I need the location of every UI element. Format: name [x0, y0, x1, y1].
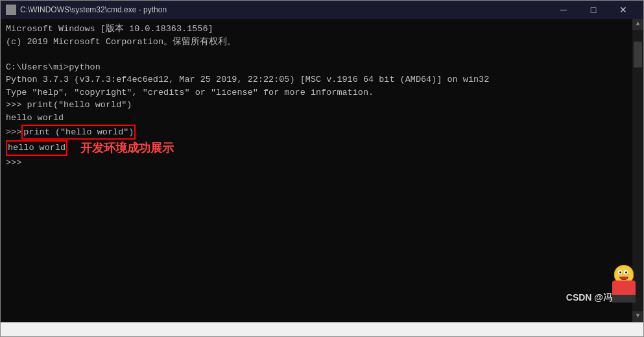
line-4: C:\Users\mi>python — [6, 61, 638, 74]
character-image — [606, 258, 642, 304]
scroll-up-arrow[interactable]: ▲ — [632, 19, 643, 30]
line-3 — [6, 48, 638, 61]
shin-pants — [612, 295, 636, 303]
svg-rect-2 — [8, 9, 10, 10]
window-controls: ─ □ ✕ — [549, 1, 638, 19]
highlighted-output-row: hello world 开发环境成功展示 — [6, 140, 638, 156]
line-1: Microsoft Windows [版本 10.0.18363.1556] — [6, 23, 638, 36]
prompt-1: >>> — [6, 126, 21, 139]
line-7: >>> print("hello world") — [6, 99, 638, 112]
line-8: hello world — [6, 112, 638, 125]
cmd-window: C:\WINDOWS\system32\cmd.exe - python ─ □… — [0, 0, 644, 337]
annotation-label: 开发环境成功展示 — [80, 140, 174, 156]
line-2: (c) 2019 Microsoft Corporation。保留所有权利。 — [6, 36, 638, 49]
scroll-down-arrow[interactable]: ▼ — [632, 311, 643, 322]
shin-pupil-right — [625, 271, 627, 273]
line-prompt: >>> — [6, 156, 638, 169]
scrollbar-thumb[interactable] — [634, 42, 642, 68]
highlighted-output-text: hello world — [6, 140, 67, 156]
minimize-button[interactable]: ─ — [549, 1, 578, 19]
title-bar: C:\WINDOWS\system32\cmd.exe - python ─ □… — [1, 1, 643, 19]
close-button[interactable]: ✕ — [608, 1, 638, 19]
maximize-button[interactable]: □ — [578, 1, 608, 19]
line-5: Python 3.7.3 (v3.7.3:ef4ec6ed12, Mar 25 … — [6, 73, 638, 86]
highlighted-print-row: >>> print ("hello world") — [6, 125, 638, 140]
terminal-body[interactable]: Microsoft Windows [版本 10.0.18363.1556] (… — [1, 19, 643, 322]
shin-figure — [610, 265, 639, 304]
window-icon — [6, 5, 16, 15]
line-6: Type "help", "copyright", "credits" or "… — [6, 86, 638, 99]
taskbar — [1, 322, 643, 336]
shin-pupil-left — [619, 271, 621, 273]
highlighted-print-cmd: print ("hello world") — [21, 125, 136, 140]
window-title: C:\WINDOWS\system32\cmd.exe - python — [20, 5, 549, 14]
